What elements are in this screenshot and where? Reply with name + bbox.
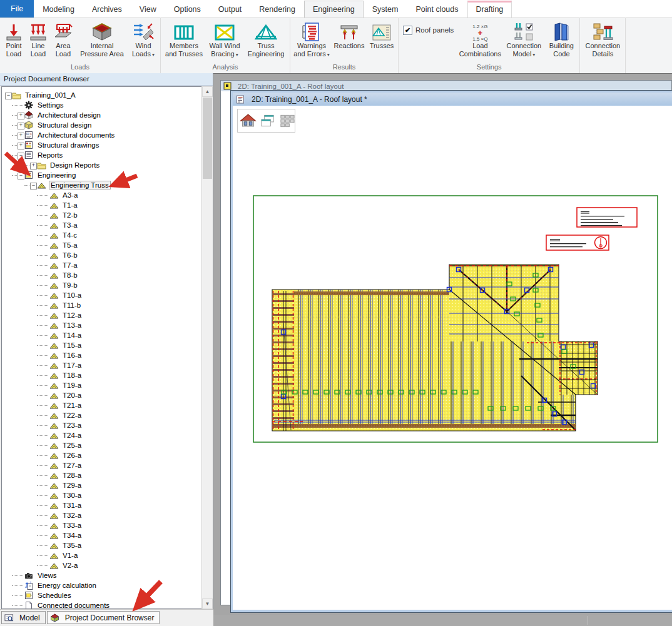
tree-item-t34-a[interactable]: T34-a — [2, 530, 201, 540]
tree-item-t25-a[interactable]: T25-a — [2, 440, 201, 450]
tree-item-label[interactable]: T31-a — [61, 502, 83, 509]
tree-item-reports[interactable]: −Reports — [2, 150, 201, 160]
tree-item-label[interactable]: T12-a — [61, 311, 83, 319]
tree-item-label[interactable]: A3-a — [61, 191, 79, 199]
tree-item-label[interactable]: T15-a — [61, 341, 83, 349]
tree-item-label[interactable]: Design Reports — [49, 161, 101, 169]
tree-item-t32-a[interactable]: T32-a — [2, 510, 201, 520]
tree-item-label[interactable]: T20-a — [61, 391, 83, 399]
tree-item-t31-a[interactable]: T31-a — [2, 500, 201, 510]
tree-item-t1-a[interactable]: T1-a — [2, 200, 201, 210]
roof-panels-checkbox[interactable]: ✔Roof panels — [400, 18, 457, 38]
tree-item-label[interactable]: T24-a — [61, 432, 83, 439]
tree-item-label[interactable]: Connected documents — [36, 602, 111, 609]
tree-item-t19-a[interactable]: T19-a — [2, 380, 201, 390]
scroll-down-button[interactable]: ▼ — [202, 598, 213, 609]
tree-item-t26-a[interactable]: T26-a — [2, 450, 201, 460]
scrollbar-thumb[interactable] — [203, 98, 212, 179]
tree-expand-toggle[interactable]: − — [17, 150, 24, 160]
tree-item-v2-a[interactable]: V2-a — [2, 560, 201, 570]
tree-item-t17-a[interactable]: T17-a — [2, 360, 201, 370]
tree-item-label[interactable]: T29-a — [61, 482, 83, 489]
tree-item-label[interactable]: T4-c — [61, 231, 78, 239]
tab-view[interactable]: View — [131, 1, 165, 18]
checkbox-check-icon[interactable]: ✔ — [403, 26, 412, 35]
tree-item-label[interactable]: T27-a — [61, 462, 83, 469]
tree-item-label[interactable]: T9-b — [61, 281, 79, 289]
panel-tab-model[interactable]: Model — [1, 611, 46, 624]
tree-item-t29-a[interactable]: T29-a — [2, 480, 201, 490]
tree-item-label[interactable]: V2-a — [61, 562, 79, 569]
collapse-icon[interactable]: − — [18, 153, 24, 159]
tree-item-t22-a[interactable]: T22-a — [2, 410, 201, 420]
tab-engineering[interactable]: Engineering — [304, 1, 364, 18]
tree-item-label[interactable]: Views — [36, 572, 58, 579]
tree-item-t20-a[interactable]: T20-a — [2, 390, 201, 400]
tree-item-label[interactable]: T1-a — [61, 201, 79, 209]
tree-item-label[interactable]: T23-a — [61, 422, 83, 429]
tree-item-label[interactable]: T22-a — [61, 411, 83, 419]
tree-item-structural-design[interactable]: +Structural design — [2, 120, 201, 130]
tree-item-label[interactable]: Schedules — [36, 592, 73, 599]
tree-item-label[interactable]: T21-a — [61, 401, 83, 409]
tree-item-t33-a[interactable]: T33-a — [2, 520, 201, 530]
tree-item-label[interactable]: T25-a — [61, 442, 83, 449]
tree-item-t10-a[interactable]: T10-a — [2, 290, 201, 300]
tree-item-t28-a[interactable]: T28-a — [2, 470, 201, 480]
tree-item-engineering-truss[interactable]: −Engineering Truss — [2, 180, 201, 190]
truss-engineering-button[interactable]: TrussEngineering — [244, 18, 288, 59]
tree-item-label[interactable]: T30-a — [61, 492, 83, 499]
tree-item-t18-a[interactable]: T18-a — [2, 370, 201, 380]
tree-expand-toggle[interactable]: + — [17, 130, 24, 140]
roof-layout-window[interactable]: 2D: Training_001_A - Roof layout * — [230, 90, 672, 613]
tree-item-label[interactable]: T5-a — [61, 241, 79, 249]
tree-item-engineering[interactable]: −Engineering — [2, 170, 201, 180]
tab-rendering[interactable]: Rendering — [250, 1, 304, 18]
collapse-icon[interactable]: − — [30, 183, 37, 189]
tree-item-views[interactable]: Views — [2, 570, 201, 580]
connection-model-button[interactable]: ConnectionModel▾ — [502, 18, 545, 59]
internal-pressure-area-button[interactable]: InternalPressure Area — [76, 18, 128, 59]
point-load-button[interactable]: PointLoad — [2, 18, 26, 59]
expand-icon[interactable]: + — [18, 113, 24, 119]
tree-item-t30-a[interactable]: T30-a — [2, 490, 201, 500]
tab-drafting[interactable]: Drafting — [467, 1, 512, 18]
wind-loads-button[interactable]: WindLoads▾ — [128, 18, 158, 59]
tree-item-label[interactable]: Structural design — [36, 121, 93, 129]
building-code-button[interactable]: BuildingCode — [545, 18, 578, 59]
tree-expand-toggle[interactable]: − — [29, 180, 37, 190]
tree-item-t9-b[interactable]: T9-b — [2, 280, 201, 290]
tree-item-label[interactable]: T18-a — [61, 371, 83, 379]
tree-item-label[interactable]: T28-a — [61, 472, 83, 479]
tree-item-label[interactable]: T10-a — [61, 291, 83, 299]
tree-expand-toggle[interactable]: + — [17, 110, 24, 120]
tree-item-t24-a[interactable]: T24-a — [2, 430, 201, 440]
trusses-button[interactable]: Trusses — [367, 18, 396, 59]
tree-item-label[interactable]: T35-a — [61, 542, 83, 549]
tab-archives[interactable]: Archives — [83, 1, 131, 18]
grid-view-button[interactable] — [278, 111, 295, 130]
cascade-view-button[interactable] — [259, 111, 276, 130]
tab-modeling[interactable]: Modeling — [34, 1, 83, 18]
tree-item-t16-a[interactable]: T16-a — [2, 350, 201, 360]
tree-item-t35-a[interactable]: T35-a — [2, 540, 201, 550]
tree-expand-toggle[interactable]: − — [4, 90, 12, 100]
tree-item-t7-a[interactable]: T7-a — [2, 260, 201, 270]
tree-item-t23-a[interactable]: T23-a — [2, 420, 201, 430]
scroll-up-button[interactable]: ▲ — [202, 86, 213, 97]
tree-item-t13-a[interactable]: T13-a — [2, 320, 201, 330]
tree-item-label[interactable]: T32-a — [61, 512, 83, 519]
tree-item-label[interactable]: T2-b — [61, 211, 79, 219]
tree-expand-toggle[interactable]: + — [17, 120, 24, 130]
tree-item-t6-b[interactable]: T6-b — [2, 250, 201, 260]
tab-file[interactable]: File — [0, 0, 34, 18]
tree-item-label[interactable]: T19-a — [61, 381, 83, 389]
tree-item-label[interactable]: Energy calculation — [36, 582, 98, 589]
tree-item-design-reports[interactable]: +Design Reports — [2, 160, 201, 170]
connection-details-button[interactable]: ConnectionDetails — [582, 18, 623, 59]
tree-item-label[interactable]: T11-b — [61, 301, 82, 309]
tree-item-settings[interactable]: Settings — [2, 100, 201, 110]
tab-point-clouds[interactable]: Point clouds — [407, 1, 467, 18]
tree-item-label[interactable]: Architectural documents — [36, 131, 116, 139]
tab-output[interactable]: Output — [210, 1, 251, 18]
